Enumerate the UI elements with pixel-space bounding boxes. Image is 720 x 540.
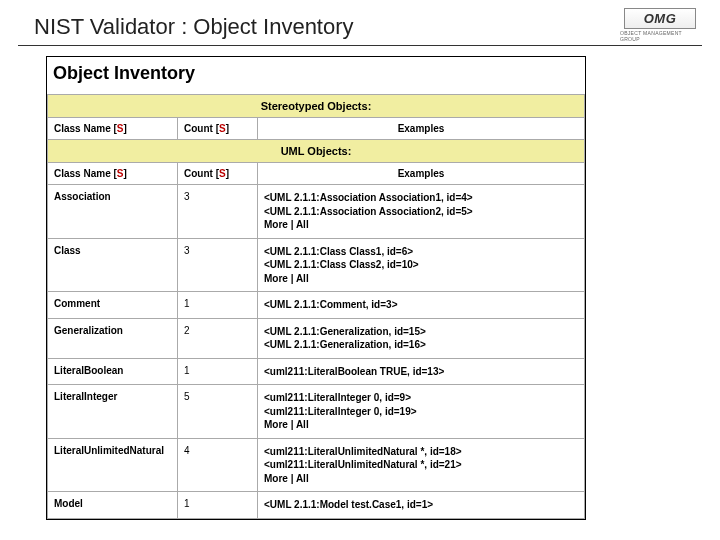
count-cell: 1 [178,492,258,519]
examples-cell: <uml211:LiteralUnlimitedNatural *, id=18… [258,438,585,492]
examples-cell: <UML 2.1.1:Association Association1, id=… [258,185,585,239]
all-link[interactable]: All [296,419,309,430]
section-stereotyped: Stereotyped Objects: [48,95,585,118]
example-item: <uml211:LiteralBoolean TRUE, id=13> [264,365,578,379]
more-all-links: More | All [264,472,578,486]
example-item: <UML 2.1.1:Model test.Case1, id=1> [264,498,578,512]
example-item: <UML 2.1.1:Generalization, id=16> [264,338,578,352]
example-item: <uml211:LiteralUnlimitedNatural *, id=18… [264,445,578,459]
sort-class-name-2[interactable]: [S] [113,168,126,179]
example-item: <uml211:LiteralUnlimitedNatural *, id=21… [264,458,578,472]
inventory-table: Stereotyped Objects: Class Name [S] Coun… [47,94,585,519]
class-name-cell: LiteralInteger [48,385,178,439]
table-row: Comment1<UML 2.1.1:Comment, id=3> [48,292,585,319]
example-item: <UML 2.1.1:Class Class2, id=10> [264,258,578,272]
example-item: <UML 2.1.1:Association Association1, id=… [264,191,578,205]
examples-cell: <UML 2.1.1:Class Class1, id=6><UML 2.1.1… [258,238,585,292]
slide-title: NIST Validator : Object Inventory [34,14,354,40]
table-row: LiteralUnlimitedNatural4<uml211:LiteralU… [48,438,585,492]
all-link[interactable]: All [296,473,309,484]
panel-heading: Object Inventory [47,57,585,94]
example-item: <UML 2.1.1:Association Association2, id=… [264,205,578,219]
examples-cell: <UML 2.1.1:Generalization, id=15><UML 2.… [258,318,585,358]
col-class-name-2[interactable]: Class Name [S] [48,163,178,185]
example-item: <uml211:LiteralInteger 0, id=9> [264,391,578,405]
count-cell: 1 [178,292,258,319]
col-class-name-label: Class Name [54,123,111,134]
section-uml-label: UML Objects: [48,140,585,163]
examples-cell: <uml211:LiteralInteger 0, id=9><uml211:L… [258,385,585,439]
table-row: Generalization2<UML 2.1.1:Generalization… [48,318,585,358]
col-class-name-label-2: Class Name [54,168,111,179]
col-examples-2: Examples [258,163,585,185]
example-item: <UML 2.1.1:Generalization, id=15> [264,325,578,339]
example-item: <UML 2.1.1:Comment, id=3> [264,298,578,312]
examples-cell: <UML 2.1.1:Comment, id=3> [258,292,585,319]
more-all-links: More | All [264,272,578,286]
title-underline [18,45,702,46]
class-name-cell: LiteralUnlimitedNatural [48,438,178,492]
more-all-links: More | All [264,418,578,432]
col-count-label-2: Count [184,168,213,179]
example-item: <uml211:LiteralInteger 0, id=19> [264,405,578,419]
link-separator: | [288,273,296,284]
col-count[interactable]: Count [S] [178,118,258,140]
omg-logo-sub: OBJECT MANAGEMENT GROUP [620,30,700,42]
count-cell: 5 [178,385,258,439]
count-cell: 3 [178,238,258,292]
col-class-name[interactable]: Class Name [S] [48,118,178,140]
class-name-cell: Association [48,185,178,239]
examples-cell: <uml211:LiteralBoolean TRUE, id=13> [258,358,585,385]
class-name-cell: Class [48,238,178,292]
sort-count-2[interactable]: [S] [216,168,229,179]
more-link[interactable]: More [264,473,288,484]
more-link[interactable]: More [264,219,288,230]
col-examples: Examples [258,118,585,140]
more-link[interactable]: More [264,273,288,284]
link-separator: | [288,419,296,430]
count-cell: 4 [178,438,258,492]
sort-class-name[interactable]: [S] [113,123,126,134]
more-link[interactable]: More [264,419,288,430]
omg-logo-main: OMG [624,8,696,29]
table-row: LiteralInteger5<uml211:LiteralInteger 0,… [48,385,585,439]
col-count-2[interactable]: Count [S] [178,163,258,185]
section-uml: UML Objects: [48,140,585,163]
count-cell: 2 [178,318,258,358]
more-all-links: More | All [264,218,578,232]
all-link[interactable]: All [296,219,309,230]
table-row: Association3<UML 2.1.1:Association Assoc… [48,185,585,239]
table-row: LiteralBoolean1<uml211:LiteralBoolean TR… [48,358,585,385]
class-name-cell: Model [48,492,178,519]
examples-cell: <UML 2.1.1:Model test.Case1, id=1> [258,492,585,519]
class-name-cell: LiteralBoolean [48,358,178,385]
all-link[interactable]: All [296,273,309,284]
count-cell: 1 [178,358,258,385]
table-row: Model1<UML 2.1.1:Model test.Case1, id=1> [48,492,585,519]
sort-count[interactable]: [S] [216,123,229,134]
col-count-label: Count [184,123,213,134]
omg-logo: OMG OBJECT MANAGEMENT GROUP [620,8,700,42]
column-headers-2: Class Name [S] Count [S] Examples [48,163,585,185]
link-separator: | [288,219,296,230]
object-inventory-panel: Object Inventory Stereotyped Objects: Cl… [46,56,586,520]
class-name-cell: Comment [48,292,178,319]
count-cell: 3 [178,185,258,239]
table-row: Class3<UML 2.1.1:Class Class1, id=6><UML… [48,238,585,292]
section-stereotyped-label: Stereotyped Objects: [48,95,585,118]
column-headers-1: Class Name [S] Count [S] Examples [48,118,585,140]
example-item: <UML 2.1.1:Class Class1, id=6> [264,245,578,259]
link-separator: | [288,473,296,484]
class-name-cell: Generalization [48,318,178,358]
